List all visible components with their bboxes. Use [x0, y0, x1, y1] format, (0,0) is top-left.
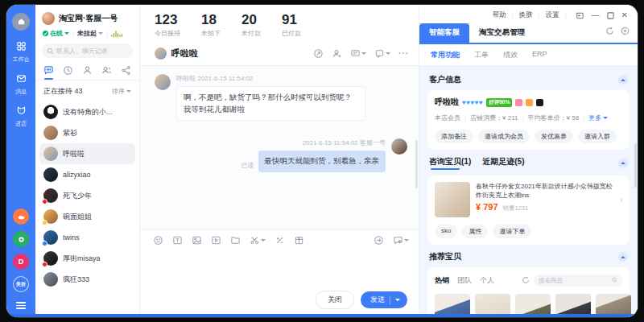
black-badge-icon — [536, 99, 543, 106]
input-toolbar — [140, 230, 419, 249]
buyer-rating-hearts: ♥♥♥♥♥ — [462, 99, 483, 106]
product-title[interactable]: 春秋牛仔外套女2021年新款设计感小众韩版宽松炸街夹克上衣潮ins — [476, 182, 614, 200]
chat-scrollbar[interactable] — [415, 140, 418, 188]
product-search[interactable] — [534, 275, 622, 287]
product-search-input[interactable] — [539, 277, 609, 284]
account-avatar — [42, 12, 55, 25]
agent-avatar — [391, 138, 407, 155]
contact-row[interactable]: 疯狂333 — [39, 269, 135, 290]
subtab-performance[interactable]: 绩效 — [503, 50, 518, 60]
file-icon[interactable] — [230, 235, 241, 246]
add-plugin-icon[interactable] — [621, 24, 630, 39]
send-options-caret[interactable] — [395, 299, 400, 301]
hold-status-dropdown[interactable]: 未挂起 — [77, 29, 103, 38]
more-icon[interactable]: ··· — [398, 49, 409, 58]
add-note-button[interactable]: 添加备注 — [435, 130, 473, 143]
lottery-icon[interactable] — [294, 235, 304, 246]
pin-window-icon[interactable] — [576, 11, 584, 20]
product-arrow-icon[interactable]: › — [620, 196, 622, 204]
product-image[interactable] — [435, 182, 470, 217]
video-icon[interactable] — [211, 235, 221, 246]
skin-link[interactable]: 换肤 — [518, 10, 532, 20]
image-icon[interactable] — [192, 235, 202, 246]
green-app-icon[interactable] — [13, 231, 29, 247]
peer-avatar — [155, 47, 167, 60]
collapse-customer-icon[interactable] — [618, 75, 628, 85]
rail-item-store[interactable]: 进店 — [15, 105, 27, 128]
d-app-icon[interactable]: D — [13, 254, 29, 270]
contact-row[interactable]: 没有特角的小... — [39, 101, 135, 122]
close-window-icon[interactable]: ✕ — [621, 11, 628, 19]
quick-reply-icon[interactable] — [350, 48, 366, 59]
phrase-icon[interactable] — [172, 235, 183, 246]
contacts-search-input[interactable] — [56, 47, 128, 55]
message-input[interactable] — [140, 249, 419, 291]
subtab-common[interactable]: 常用功能 — [431, 50, 460, 60]
outgoing-message: 2021-6-15 11:54:02 客服一号 已读 最快明天就能到货，别着急，… — [155, 138, 407, 171]
maximize-icon[interactable] — [607, 12, 614, 19]
tab-chats[interactable] — [43, 65, 54, 76]
send-coupon-button[interactable]: 发优惠券 — [535, 130, 573, 143]
chat-settings-icon[interactable] — [393, 235, 409, 246]
tab-recent-footprint[interactable]: 近期足迹(5) — [482, 156, 524, 170]
more-dropdown[interactable]: 更多 — [588, 114, 608, 122]
contact-row[interactable]: twins — [39, 227, 135, 248]
online-status-dropdown[interactable]: ✓ 在线 — [43, 29, 69, 38]
subtab-ticket[interactable]: 工单 — [474, 50, 489, 60]
function-subtabs: 常用功能 工单 绩效 ERP — [419, 44, 638, 66]
contact-row-selected[interactable]: 呼啦啦 — [39, 143, 135, 164]
close-button[interactable]: 关闭 — [316, 291, 354, 309]
rail-item-message[interactable]: 消息 — [15, 72, 27, 96]
emoji-icon[interactable] — [153, 235, 163, 246]
sort-dropdown[interactable]: 排序 — [112, 87, 131, 96]
panel-scrollbar[interactable] — [634, 143, 637, 188]
contact-row[interactable]: 厚街misaya — [39, 248, 135, 269]
tab-customers[interactable] — [82, 65, 93, 76]
attributes-button[interactable]: 属性 — [462, 225, 488, 238]
home-button[interactable] — [12, 13, 30, 31]
tab-team[interactable]: 团队 — [457, 275, 472, 286]
account-name: 淘宝网·客服一号 — [59, 13, 118, 24]
evaluate-icon[interactable] — [275, 235, 285, 246]
contact-row[interactable]: 死飞少年 — [39, 185, 135, 206]
contact-row[interactable]: 碗面姐姐 — [39, 206, 135, 227]
send-button[interactable]: 发送 — [361, 291, 407, 308]
tab-consult-item[interactable]: 咨询宝贝(1) — [429, 156, 471, 170]
transfer-icon[interactable] — [313, 48, 324, 59]
add-contact-icon[interactable] — [332, 48, 342, 59]
collapse-recommend-icon[interactable] — [618, 252, 628, 262]
meizhe-app-icon[interactable]: 美折 — [13, 276, 29, 292]
tab-personal[interactable]: 个人 — [480, 275, 494, 286]
tab-recent[interactable] — [63, 65, 73, 76]
screenshot-icon[interactable] — [250, 235, 266, 246]
minimize-icon[interactable]: — — [592, 11, 600, 19]
help-link[interactable]: 帮助 — [492, 10, 506, 20]
sku-button[interactable]: sku — [435, 225, 457, 238]
invite-group-button[interactable]: 邀请入群 — [578, 130, 617, 143]
session-icon[interactable] — [374, 48, 390, 59]
tab-taobao-trade[interactable]: 淘宝交易管理 — [469, 23, 535, 43]
rail-menu-button[interactable] — [16, 300, 26, 311]
orange-app-icon[interactable] — [13, 208, 29, 225]
stat-today: 123今日接待 — [155, 13, 180, 38]
shortcut-send-icon[interactable] — [374, 235, 384, 246]
tab-hot-sale[interactable]: 热销 — [435, 275, 449, 286]
stat-unpaid: 20未付款 — [242, 13, 261, 38]
contacts-search[interactable] — [42, 43, 133, 58]
rail-item-workbench[interactable]: 工作台 — [13, 40, 30, 64]
refresh-icon[interactable] — [605, 24, 614, 39]
home-icon — [17, 14, 26, 29]
invite-member-button[interactable]: 邀请成为会员 — [478, 130, 530, 143]
tab-smart-service[interactable]: 智能客服 — [419, 23, 469, 43]
tab-groups[interactable] — [101, 65, 112, 76]
status-badge — [42, 199, 47, 204]
settings-link[interactable]: 设置 — [546, 10, 559, 20]
rail-item-label: 消息 — [15, 88, 27, 96]
collapse-consult-icon[interactable] — [618, 159, 628, 168]
refresh-products-icon[interactable] — [522, 273, 530, 287]
contact-row[interactable]: alizyxiao — [39, 164, 135, 185]
contact-row[interactable]: 紫衫 — [39, 122, 135, 143]
subtab-erp[interactable]: ERP — [532, 50, 547, 60]
tab-org[interactable] — [121, 65, 131, 76]
invite-order-button[interactable]: 邀请下单 — [493, 225, 531, 238]
